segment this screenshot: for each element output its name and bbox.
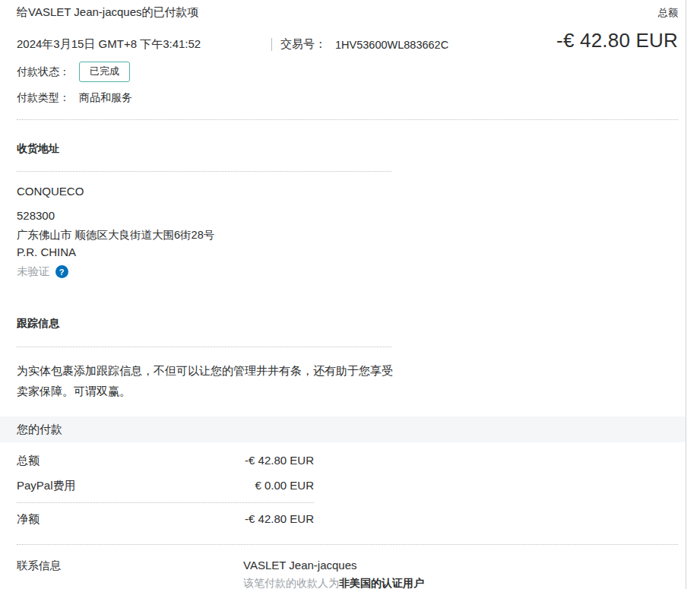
help-question-icon[interactable]: ? bbox=[55, 265, 68, 278]
table-row-gross: 总额 -€ 42.80 EUR bbox=[17, 448, 314, 473]
shipping-address-line: 广东佛山市 顺德区大良街道大围6街28号 bbox=[17, 227, 678, 243]
your-payment-heading: 您的付款 bbox=[17, 423, 62, 437]
transaction-details-page: 给VASLET Jean-jacques的已付款项 总额 2024年3月15日 … bbox=[0, 0, 686, 589]
status-badge: 已完成 bbox=[79, 62, 130, 82]
header-right: 总额 bbox=[658, 5, 678, 20]
contact-note-bold: 非美国的认证用户 bbox=[339, 577, 424, 589]
verification-row: 未验证 ? bbox=[17, 264, 678, 279]
transaction-id-value: 1HV53600WL883662C bbox=[335, 39, 448, 51]
total-amount-value: -€ 42.80 EUR bbox=[556, 29, 678, 52]
payment-table: 总额 -€ 42.80 EUR PayPal费用 € 0.00 EUR 净额 -… bbox=[17, 448, 314, 532]
fee-value: € 0.00 EUR bbox=[255, 479, 314, 493]
net-value: -€ 42.80 EUR bbox=[245, 512, 314, 527]
verification-status: 未验证 bbox=[17, 264, 50, 279]
gross-label: 总额 bbox=[17, 454, 40, 468]
vertical-separator bbox=[271, 38, 272, 51]
contact-note: 该笔付款的收款人为非美国的认证用户 bbox=[243, 577, 424, 589]
tracking-heading-divider bbox=[17, 347, 391, 347]
date-transaction-row: 2024年3月15日 GMT+8 下午3:41:52 交易号： 1HV53600… bbox=[17, 37, 448, 52]
contact-info-values: VASLET Jean-jacques 该笔付款的收款人为非美国的认证用户 j_… bbox=[243, 559, 424, 589]
payment-type-row: 付款类型： 商品和服务 bbox=[17, 91, 448, 105]
table-row-fee: PayPal费用 € 0.00 EUR bbox=[17, 473, 314, 499]
payment-type-value: 商品和服务 bbox=[79, 91, 132, 105]
contact-info-label: 联系信息 bbox=[17, 559, 243, 589]
tracking-info-heading: 跟踪信息 bbox=[17, 317, 678, 331]
transaction-id-label: 交易号： bbox=[280, 37, 326, 52]
header-left: 给VASLET Jean-jacques的已付款项 bbox=[17, 5, 199, 20]
gross-value: -€ 42.80 EUR bbox=[245, 454, 314, 468]
shipping-address-heading: 收货地址 bbox=[17, 142, 678, 156]
contact-name: VASLET Jean-jacques bbox=[243, 559, 424, 572]
payment-status-label: 付款状态： bbox=[17, 65, 70, 79]
contact-note-prefix: 该笔付款的收款人为 bbox=[243, 577, 339, 589]
header-divider bbox=[17, 119, 678, 120]
table-row-net: 净额 -€ 42.80 EUR bbox=[17, 507, 314, 532]
shipping-country: P.R. CHINA bbox=[17, 244, 678, 260]
contact-info-row: 联系信息 VASLET Jean-jacques 该笔付款的收款人为非美国的认证… bbox=[17, 559, 678, 589]
header-meta: 2024年3月15日 GMT+8 下午3:41:52 交易号： 1HV53600… bbox=[17, 25, 448, 105]
payment-type-label: 付款类型： bbox=[17, 91, 70, 105]
net-amount-divider bbox=[17, 502, 314, 503]
transaction-datetime: 2024年3月15日 GMT+8 下午3:41:52 bbox=[17, 37, 271, 52]
payment-status-row: 付款状态： 已完成 bbox=[17, 62, 448, 82]
header-amount: -€ 42.80 EUR bbox=[556, 25, 678, 105]
shipping-heading-divider bbox=[17, 171, 391, 172]
total-amount-label: 总额 bbox=[658, 5, 678, 20]
header-row-2: 2024年3月15日 GMT+8 下午3:41:52 交易号： 1HV53600… bbox=[17, 20, 678, 105]
page-title: 给VASLET Jean-jacques的已付款项 bbox=[17, 5, 199, 20]
shipping-postal-code: 528300 bbox=[17, 209, 678, 222]
net-label: 净额 bbox=[17, 512, 40, 527]
contact-section-divider bbox=[17, 544, 678, 545]
tracking-description: 为实体包裹添加跟踪信息，不但可以让您的管理井井有条，还有助于您享受卖家保障。可谓… bbox=[17, 360, 395, 401]
your-payment-band: 您的付款 bbox=[0, 416, 686, 442]
fee-label: PayPal费用 bbox=[17, 479, 76, 493]
header: 给VASLET Jean-jacques的已付款项 总额 bbox=[17, 0, 678, 20]
shipping-recipient-name: CONQUECO bbox=[17, 185, 678, 198]
